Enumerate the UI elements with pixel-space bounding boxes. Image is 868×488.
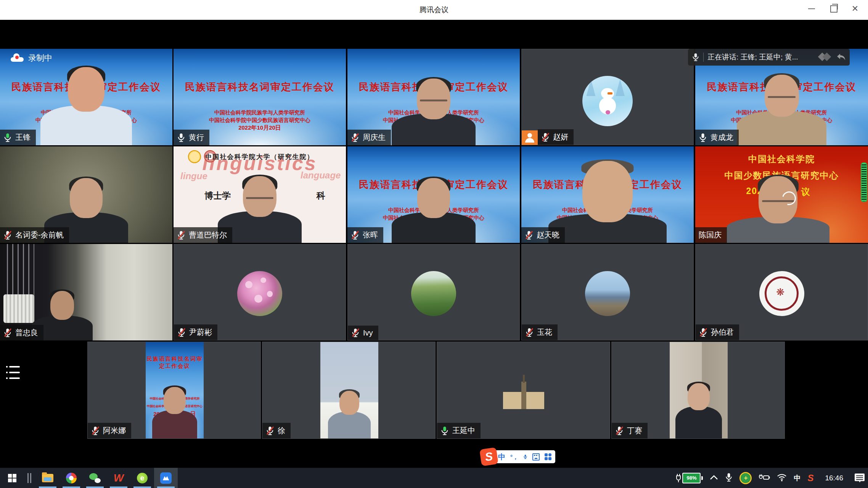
taskbar-app-browser-green[interactable]: e [130, 468, 154, 488]
tencent-meeting-icon [160, 472, 172, 484]
mic-muted-icon [91, 426, 100, 435]
video-tile[interactable]: 尹蔚彬 [174, 244, 346, 340]
system-tray: 98%+中S16:46 [672, 468, 868, 488]
participant-name-label: 玉花 [522, 324, 558, 340]
portrait-video[interactable] [320, 342, 378, 438]
person-figure [737, 75, 826, 145]
mic-muted-icon [177, 231, 185, 240]
participant-name: 陈国庆 [699, 230, 722, 240]
mic-on-icon [699, 133, 707, 142]
tray-ime[interactable]: 中 [790, 468, 804, 488]
video-tile[interactable]: 徐 [262, 342, 436, 439]
input-mode-button[interactable]: 中 [498, 453, 505, 461]
reply-arrow-icon[interactable] [836, 53, 846, 61]
video-tile[interactable]: 赵妍 [521, 49, 694, 145]
sogou-logo[interactable]: S [479, 447, 498, 466]
punctuation-button[interactable]: °， [510, 454, 518, 460]
browser-icon [66, 473, 77, 483]
portrait-video[interactable]: 民族语言科技名词审定工作会议中国社会科学院民族学与人类学研究所中国社会科学院中国… [146, 342, 204, 438]
participant-name-label: 丁赛 [612, 423, 648, 438]
video-tile[interactable]: 民族语言科技名词审定工作会议中国社会科学院民族学与人类学研究所中国社会科学院中国… [87, 342, 261, 439]
windows-logo-icon [8, 474, 16, 482]
recording-cloud-icon [11, 54, 24, 62]
watermark-lingue: lingue [180, 171, 207, 181]
person-glasses [768, 96, 796, 98]
person-head [68, 67, 104, 112]
tray-power[interactable] [755, 468, 773, 488]
video-tile[interactable]: 民族语言科技名词审定工作会议中国社会科学院民族学与人类学研究所中国社会科学院中国… [347, 146, 520, 243]
participant-name: 黄成龙 [710, 132, 733, 143]
person-glasses [246, 197, 273, 199]
voice-input-icon[interactable] [523, 453, 527, 461]
taskbar-app-wps-office[interactable]: W [107, 468, 130, 488]
video-grid: 民族语言科技名词审定工作会议中国社会科学院民族学与人类学研究所中国社会科学院中国… [0, 20, 868, 468]
video-tile[interactable]: linguisticslinguelanguage中国社会科学院大学（研究生院）… [174, 146, 346, 243]
maximize-button[interactable] [823, 0, 844, 18]
person-head [70, 178, 103, 218]
taskbar-app-browser-chrome[interactable] [59, 468, 83, 488]
video-tile[interactable]: 王延中 [437, 342, 610, 439]
participant-name-label: 普忠良 [0, 325, 43, 340]
start-button[interactable] [0, 468, 24, 488]
taskbar-clock: 16:46 [820, 474, 848, 482]
participant-name: 曹道巴特尔 [189, 230, 227, 240]
tray-clock[interactable]: 16:46 [817, 468, 851, 488]
toolbox-icon[interactable] [545, 453, 551, 460]
university-header-text: 中国社会科学院大学（研究生院） [174, 152, 346, 161]
participant-name-label: 徐 [262, 423, 291, 438]
portrait-video[interactable] [670, 342, 728, 438]
taskbar-app-file-explorer[interactable] [36, 468, 59, 488]
tray-sogou[interactable]: S [804, 468, 817, 488]
video-tile[interactable]: 丁赛 [611, 342, 785, 439]
mic-muted-icon [3, 231, 12, 240]
divider [703, 53, 704, 62]
minimize-button[interactable] [801, 0, 822, 18]
action-center-icon [855, 474, 865, 483]
mic-muted-icon [615, 426, 624, 435]
taskbar-app-wechat[interactable] [83, 468, 107, 488]
participant-name: 赵妍 [553, 132, 568, 142]
taskbar-app-tencent-meeting[interactable] [154, 468, 178, 488]
video-tile[interactable]: 普忠良 [0, 244, 172, 340]
video-tile[interactable]: 玉花 [521, 244, 694, 340]
close-button[interactable]: ✕ [844, 0, 866, 18]
video-tile[interactable]: 中国社会科学院中国少数民族语言研究中心2022议陈国庆 [695, 146, 868, 243]
person-head [339, 391, 359, 415]
keyboard-icon[interactable] [532, 453, 540, 461]
emblem-core: ❋ [776, 286, 784, 298]
video-tile[interactable]: 民族语言科技名词审定工作会议中国社会科学院民族学与人类学研究所中国社会科学院中国… [347, 49, 520, 145]
tray-chevron-up[interactable] [706, 468, 722, 488]
tray-action-center[interactable] [851, 468, 868, 488]
video-tile[interactable]: ❋孙伯君 [695, 244, 868, 340]
taskview-separator [27, 472, 32, 484]
video-tile[interactable]: 民族语言科技名词审定工作会议中国社会科学院民族学与人类学研究所中国社会科学院中国… [174, 49, 346, 145]
sogou-tray-icon: S [807, 473, 813, 483]
person-body [328, 412, 371, 438]
participant-name: 徐 [278, 425, 285, 436]
mic-muted-icon [3, 328, 12, 337]
participant-name-label: 黄成龙 [695, 130, 739, 145]
tray-360-safe[interactable]: + [736, 468, 755, 488]
green-browser-icon: e [137, 473, 148, 483]
member-list-icon[interactable] [6, 366, 20, 379]
mic-muted-icon [541, 133, 550, 142]
maximize-icon [830, 5, 837, 13]
radiator [3, 294, 34, 323]
participant-name-label: 阿米娜 [88, 423, 131, 438]
tray-microphone[interactable] [722, 468, 736, 488]
video-tile[interactable]: Ivy [347, 244, 520, 340]
participant-name: 丁赛 [627, 425, 642, 436]
video-tile[interactable]: 民族语言科技名词审定工作会议中国社会科学院民族学与人类学研究所中国社会科学院中国… [521, 146, 694, 243]
participant-name-label: 王锋 [0, 130, 36, 145]
recording-indicator: 录制中 [11, 53, 52, 63]
window-title: 腾讯会议 [0, 0, 868, 20]
person-figure [392, 79, 476, 145]
sogou-input-toolbar[interactable]: S 中 °， [483, 450, 555, 463]
video-tile[interactable]: 名词委-余前帆 [0, 146, 172, 243]
participant-name-label: 黄行 [174, 130, 209, 145]
tray-wifi[interactable] [773, 468, 790, 488]
tray-battery[interactable]: 98% [672, 468, 706, 488]
layers-icon[interactable] [819, 52, 832, 62]
slide-title-text: 民族语言科技名词审定工作会议 [174, 80, 346, 94]
chevron-up-icon [710, 475, 718, 482]
